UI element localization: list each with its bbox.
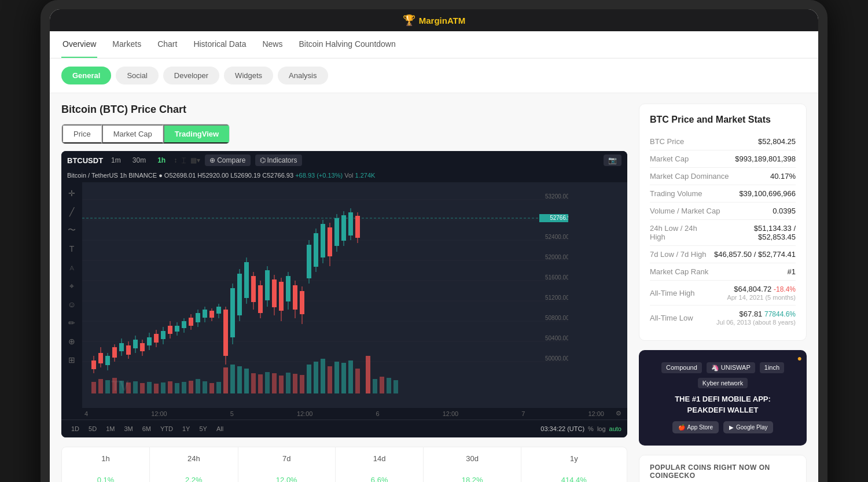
tab-overview[interactable]: Overview xyxy=(61,31,97,58)
stat-market-cap: Market Cap $993,189,801,398 xyxy=(650,150,796,168)
price-change: +68.93 (+0.13%) xyxy=(295,172,343,179)
popular-coins-title: POPULAR COINS RIGHT NOW ON COINGECKO xyxy=(650,463,796,480)
subtab-widgets[interactable]: Widgets xyxy=(224,67,273,84)
chart-type-price[interactable]: Price xyxy=(62,124,102,144)
period-1y[interactable]: 1Y xyxy=(178,424,194,434)
svg-rect-142 xyxy=(393,380,398,393)
screenshot-button[interactable]: 📷 xyxy=(604,154,621,166)
tab-markets[interactable]: Markets xyxy=(111,31,142,58)
tab-news[interactable]: News xyxy=(261,31,284,58)
svg-rect-129 xyxy=(300,375,304,393)
stat-24h-range: 24h Low / 24h High $51,134.33 / $52,853.… xyxy=(650,220,796,246)
subtab-developer[interactable]: Developer xyxy=(163,67,219,84)
svg-rect-22 xyxy=(91,360,96,369)
period-ytd[interactable]: YTD xyxy=(156,424,177,434)
svg-rect-70 xyxy=(258,285,263,313)
chart-container: BTCUSDT 1m 30m 1h ↕ ⌶ ▦▾ ⊕ Compare ⌬ Ind… xyxy=(61,151,627,437)
text-tool[interactable]: T xyxy=(65,242,78,255)
tf-1m[interactable]: 1m xyxy=(108,155,124,165)
svg-rect-34 xyxy=(133,340,138,348)
measure-tool[interactable]: ⌖ xyxy=(65,279,78,292)
popular-coins: POPULAR COINS RIGHT NOW ON COINGECKO e e… xyxy=(639,455,807,482)
svg-rect-130 xyxy=(307,365,311,393)
zoom-tool[interactable]: ⊕ xyxy=(65,335,78,348)
svg-rect-139 xyxy=(373,379,377,393)
svg-rect-124 xyxy=(265,372,270,393)
tab-chart[interactable]: Chart xyxy=(156,31,178,58)
period-1d[interactable]: 1D xyxy=(67,424,83,434)
svg-rect-62 xyxy=(230,288,235,337)
svg-rect-32 xyxy=(126,345,131,355)
subtab-analysis[interactable]: Analysis xyxy=(278,67,328,84)
pair-info: Bitcoin / TetherUS 1h BINANCE ● xyxy=(67,172,163,179)
period-5d[interactable]: 5D xyxy=(84,424,101,434)
period-1m[interactable]: 1M xyxy=(102,424,119,434)
subtab-social[interactable]: Social xyxy=(116,67,158,84)
stat-dominance: Market Cap Dominance 40.17% xyxy=(650,168,796,185)
chart-title: Bitcoin (BTC) Price Chart xyxy=(61,104,627,116)
pct-toggle[interactable]: % xyxy=(588,425,594,432)
svg-text:51200.00: 51200.00 xyxy=(545,295,568,301)
subtab-general[interactable]: General xyxy=(61,67,111,84)
svg-rect-127 xyxy=(286,373,290,393)
svg-rect-138 xyxy=(366,356,370,393)
stat-trading-volume: Trading Volume $39,100,696,966 xyxy=(650,185,796,203)
svg-rect-46 xyxy=(175,326,179,332)
pattern-tool[interactable]: ⟑ xyxy=(65,261,78,274)
svg-rect-111 xyxy=(175,383,179,393)
pin-tool[interactable]: ⊞ xyxy=(65,354,78,366)
line-tool[interactable]: ╱ xyxy=(65,205,78,218)
log-toggle[interactable]: log xyxy=(597,425,606,432)
svg-rect-122 xyxy=(251,373,256,393)
tf-30m[interactable]: 30m xyxy=(129,155,149,165)
svg-rect-98 xyxy=(355,216,360,238)
market-stats-title: BTC Price and Market Stats xyxy=(650,115,796,125)
chart-type-marketcap[interactable]: Market Cap xyxy=(102,124,163,144)
svg-rect-120 xyxy=(237,366,242,393)
period-row: 1D 5D 1M 3M 6M YTD 1Y 5Y All 03:34:22 (U… xyxy=(61,420,627,437)
svg-text:TV: TV xyxy=(111,378,129,393)
crosshair-tool[interactable]: ✛ xyxy=(65,187,78,200)
google-play-label: Google Play xyxy=(736,424,767,431)
period-3m[interactable]: 3M xyxy=(120,424,137,434)
perf-val-24h: 2.2% xyxy=(150,470,238,482)
device-frame: 🏆 MarginATM Overview Markets Chart Histo… xyxy=(41,0,827,482)
sub-tabs: General Social Developer Widgets Analysi… xyxy=(50,58,818,93)
tab-halving[interactable]: Bitcoin Halving Countdown xyxy=(297,31,396,58)
chart-type-tradingview[interactable]: TradingView xyxy=(163,124,229,144)
performance-table: 1h 24h 7d 14d 30d 1y 0.1% 2.2% xyxy=(61,447,627,482)
svg-rect-101 xyxy=(105,380,110,393)
emoji-tool[interactable]: ☺ xyxy=(65,298,78,311)
svg-rect-56 xyxy=(209,311,214,318)
stat-7d-range: 7d Low / 7d High $46,857.50 / $52,774.41 xyxy=(650,246,796,263)
auto-toggle[interactable]: auto xyxy=(609,425,621,432)
svg-rect-141 xyxy=(387,378,391,393)
tab-historical[interactable]: Historical Data xyxy=(192,31,247,58)
svg-rect-90 xyxy=(328,227,332,256)
indicators-button[interactable]: ⌬ Indicators xyxy=(255,154,302,166)
stat-ath: All-Time High $64,804.72 -18.4% Apr 14, … xyxy=(650,281,796,306)
google-play-button[interactable]: ▶ Google Play xyxy=(723,421,773,433)
ad-badge-1inch: 1inch xyxy=(760,362,784,373)
draw-tool[interactable]: ✏ xyxy=(65,317,78,329)
period-6m[interactable]: 6M xyxy=(138,424,155,434)
svg-rect-58 xyxy=(216,307,221,314)
svg-rect-60 xyxy=(223,310,228,356)
chart-svg-wrap: ✛ ╱ 〜 T ⟑ ⌖ ☺ ✏ ⊕ ⊞ xyxy=(61,182,627,408)
svg-rect-118 xyxy=(223,367,228,393)
chart-time-axis: 4 12:00 5 12:00 6 12:00 7 12:00 ⚙ xyxy=(61,408,627,420)
svg-text:52400.00: 52400.00 xyxy=(545,234,568,240)
period-5y[interactable]: 5Y xyxy=(195,424,211,434)
fib-tool[interactable]: 〜 xyxy=(65,224,78,237)
chart-settings-icon[interactable]: ⚙ xyxy=(616,410,621,417)
svg-rect-82 xyxy=(300,291,304,314)
period-all[interactable]: All xyxy=(212,424,227,434)
chart-info-bar: Bitcoin / TetherUS 1h BINANCE ● O52698.0… xyxy=(61,170,627,182)
svg-rect-136 xyxy=(348,360,353,393)
right-panel: BTC Price and Market Stats BTC Price $52… xyxy=(639,104,807,482)
compare-button[interactable]: ⊕ Compare xyxy=(205,154,250,166)
svg-rect-86 xyxy=(314,233,318,267)
tf-1h[interactable]: 1h xyxy=(154,155,169,165)
app-store-button[interactable]: 🍎 App Store xyxy=(672,421,719,433)
perf-header-30d: 30d xyxy=(424,447,521,470)
